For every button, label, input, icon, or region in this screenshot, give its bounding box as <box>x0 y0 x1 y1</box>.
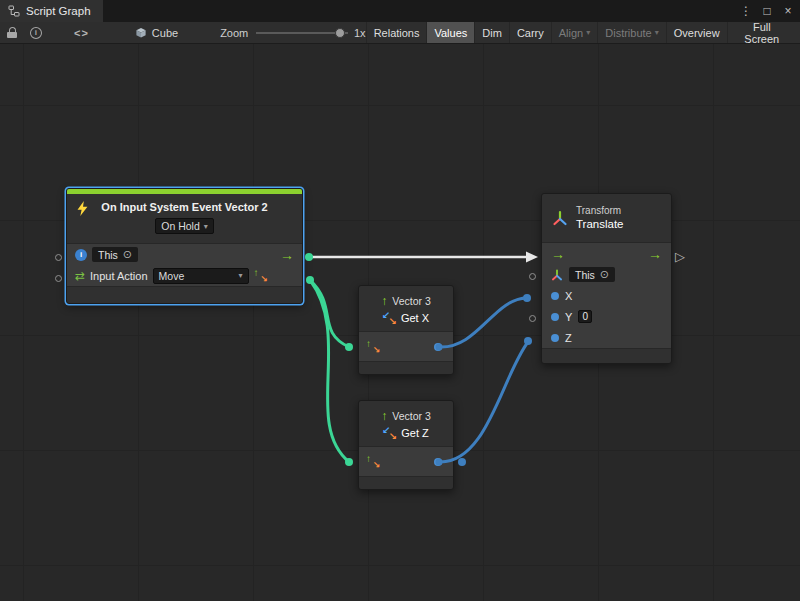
transform-y-port[interactable] <box>529 315 536 322</box>
node-on-input-system-event[interactable]: On Input System Event Vector 2 On Hold ▾… <box>66 188 303 304</box>
object-picker-icon[interactable]: ⊙ <box>600 269 609 280</box>
node-get-z[interactable]: ↑ Vector 3 ↙↘ Get Z ↑↘ <box>358 400 454 490</box>
carry-button[interactable]: Carry <box>509 22 551 43</box>
vector2-output-port-icon[interactable]: ↑↘ <box>254 269 267 282</box>
unity-script-graph-window: Script Graph ⋮ □ × i <> Cube Zoom 1x Rel… <box>0 0 800 601</box>
get-x-category: Vector 3 <box>392 295 431 307</box>
flow-input-arrow-icon[interactable]: → <box>551 247 565 261</box>
x-input-port[interactable] <box>551 292 559 300</box>
align-label: Align <box>559 27 583 39</box>
transform-category: Transform <box>576 204 624 217</box>
chevron-down-icon: ▾ <box>655 28 659 37</box>
transform-z-row: Z <box>542 327 671 348</box>
transform-x-row: X <box>542 285 671 306</box>
kebab-menu-icon[interactable]: ⋮ <box>737 0 755 22</box>
vector3-input-port-icon[interactable]: ↑↘ <box>366 340 379 353</box>
zoom-slider-handle[interactable] <box>335 28 345 38</box>
get-z-title: Get Z <box>401 427 429 439</box>
get-z-port-row: ↑↘ <box>359 447 453 476</box>
transform-y-row: Y 0 <box>542 306 671 327</box>
zoom-label: Zoom <box>220 27 248 39</box>
info-icon[interactable]: i <box>30 27 42 39</box>
x-port-label: X <box>565 290 572 302</box>
get-z-footer <box>359 477 453 489</box>
values-button[interactable]: Values <box>426 22 474 43</box>
y-input-port[interactable] <box>551 313 559 321</box>
graph-target-object[interactable]: Cube <box>135 27 178 39</box>
close-icon[interactable]: × <box>779 0 797 22</box>
align-button[interactable]: Align ▾ <box>551 22 597 43</box>
this-label: This <box>98 249 118 261</box>
distribute-label: Distribute <box>605 27 651 39</box>
get-z-output-port[interactable] <box>434 458 442 466</box>
graph-canvas[interactable]: On Input System Event Vector 2 On Hold ▾… <box>0 44 800 601</box>
code-view-icon[interactable]: <> <box>74 27 89 39</box>
node-get-x[interactable]: ↑ Vector 3 ↙↘ Get X ↑↘ <box>358 285 454 375</box>
get-z-rows: ↑↘ <box>359 446 453 477</box>
transform-title: Translate <box>576 217 624 232</box>
get-x-header[interactable]: ↑ Vector 3 ↙↘ Get X <box>359 286 453 331</box>
zoom-value: 1x <box>354 27 366 39</box>
event-mode-value: On Hold <box>161 220 200 232</box>
overview-button[interactable]: Overview <box>666 22 727 43</box>
get-x-footer <box>359 362 453 374</box>
transform-footer <box>542 349 671 363</box>
node-transform-translate[interactable]: Transform Translate → → T <box>541 193 672 364</box>
cube-icon <box>135 27 147 39</box>
script-graph-icon <box>8 5 20 17</box>
dim-button[interactable]: Dim <box>474 22 509 43</box>
input-action-dropdown[interactable]: Move ▾ <box>153 268 249 284</box>
full-screen-button[interactable]: Full Screen <box>727 22 796 43</box>
this-object-field[interactable]: This ⊙ <box>92 247 138 262</box>
vector3-input-port-icon[interactable]: ↑↘ <box>366 455 379 468</box>
get-component-icon: ↙↘ <box>383 312 396 324</box>
flow-output-arrow-icon[interactable]: → <box>280 248 294 262</box>
zoom-slider-track[interactable] <box>256 32 348 34</box>
get-z-category: Vector 3 <box>392 410 431 422</box>
z-port-label: Z <box>565 332 572 344</box>
info-icon: i <box>75 249 87 261</box>
lock-icon[interactable] <box>7 27 17 38</box>
graph-toolbar: i <> Cube Zoom 1x Relations Values Dim C… <box>0 22 800 44</box>
vector3-icon: ↑ <box>381 410 387 422</box>
transform-icon <box>552 210 568 226</box>
get-x-rows: ↑↘ <box>359 331 453 362</box>
event-node-footer <box>67 287 302 303</box>
get-x-port-row: ↑↘ <box>359 332 453 361</box>
event-mode-dropdown[interactable]: On Hold ▾ <box>155 218 214 234</box>
object-picker-icon[interactable]: ⊙ <box>123 249 132 260</box>
axis-icon <box>551 269 563 281</box>
distribute-button[interactable]: Distribute ▾ <box>597 22 665 43</box>
event-input-action-port[interactable] <box>55 275 62 282</box>
chevron-down-icon: ▾ <box>204 222 208 231</box>
relations-button[interactable]: Relations <box>366 22 427 43</box>
transform-header[interactable]: Transform Translate <box>542 194 671 242</box>
event-node-header[interactable]: On Input System Event Vector 2 On Hold ▾ <box>67 194 302 243</box>
get-component-icon: ↙↘ <box>383 427 396 439</box>
vector3-icon: ↑ <box>381 295 387 307</box>
event-input-action-row: ⇄ Input Action Move ▾ ↑↘ <box>67 265 302 286</box>
target-object-label: Cube <box>152 27 178 39</box>
transform-flow-row: → → <box>542 243 671 264</box>
transform-target-port[interactable] <box>529 273 536 280</box>
flow-continue-triangle-icon: ▷ <box>675 250 685 264</box>
event-this-row: i This ⊙ → <box>67 244 302 265</box>
maximize-icon[interactable]: □ <box>758 0 776 22</box>
event-node-title: On Input System Event Vector 2 <box>75 199 294 215</box>
get-x-title: Get X <box>401 312 429 324</box>
y-value-field[interactable]: 0 <box>578 310 592 323</box>
tab-label: Script Graph <box>26 5 91 17</box>
get-z-header[interactable]: ↑ Vector 3 ↙↘ Get Z <box>359 401 453 446</box>
input-action-icon: ⇄ <box>75 270 85 282</box>
get-x-output-port[interactable] <box>434 343 442 351</box>
tab-script-graph[interactable]: Script Graph <box>0 0 103 22</box>
this-object-field[interactable]: This ⊙ <box>569 267 615 282</box>
flow-output-arrow-icon[interactable]: → <box>648 247 662 261</box>
z-input-port[interactable] <box>551 334 559 342</box>
transform-this-row: This ⊙ <box>542 264 671 285</box>
transform-titles: Transform Translate <box>576 204 624 232</box>
event-target-port[interactable] <box>55 254 62 261</box>
toolbar-button-group: Relations Values Dim Carry Align ▾ Distr… <box>366 22 796 43</box>
input-action-value: Move <box>159 270 185 282</box>
zoom-slider[interactable] <box>256 22 348 43</box>
